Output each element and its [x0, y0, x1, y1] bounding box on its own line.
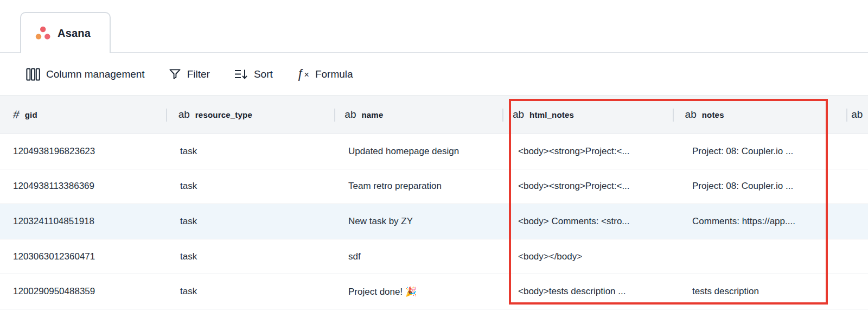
cell-gid: 1204938113386369	[0, 169, 167, 204]
cell-notes	[675, 239, 847, 274]
text-type-icon: ab	[513, 109, 524, 121]
text-type-icon: ab	[178, 109, 190, 121]
cell-partial	[847, 239, 868, 274]
cell-resource-type: task	[167, 134, 335, 169]
filter-label: Filter	[187, 68, 210, 80]
column-separator	[166, 109, 167, 122]
column-header-html-notes[interactable]: ab html_notes	[498, 96, 668, 134]
column-header-label: gid	[25, 110, 37, 119]
column-header-notes[interactable]: ab notes	[668, 96, 839, 134]
table-row: 1203241104851918 task New task by ZY <bo…	[0, 204, 868, 239]
table-row: 1200290950488359 task Project done! 🎉 <b…	[0, 274, 868, 309]
cell-html-notes: <body><strong>Project:<...	[503, 169, 675, 204]
table-row: 1204938113386369 task Team retro prepara…	[0, 169, 868, 205]
column-header-label: name	[361, 110, 383, 119]
column-header-resource-type[interactable]: ab resource_type	[165, 96, 332, 134]
text-type-icon: ab	[344, 109, 356, 121]
number-type-icon: #	[12, 108, 20, 121]
cell-partial	[847, 169, 868, 204]
column-separator	[502, 109, 503, 122]
cell-gid: 1203063012360471	[0, 239, 167, 274]
cell-gid: 1200290950488359	[0, 274, 167, 309]
table-row: 1204938196823623 task Updated homepage d…	[0, 134, 868, 169]
cell-gid: 1203241104851918	[0, 204, 167, 239]
cell-html-notes: <body>tests description ...	[503, 274, 675, 309]
filter-icon	[169, 68, 181, 80]
cell-notes: Comments: https://app....	[675, 204, 847, 239]
sort-icon	[234, 68, 248, 80]
text-type-icon: ab	[851, 109, 863, 121]
cell-html-notes: <body></body>	[503, 239, 675, 274]
cell-name: Project done! 🎉	[335, 274, 503, 309]
cell-resource-type: task	[167, 204, 335, 239]
cell-partial	[847, 274, 868, 309]
data-preview-screen: Asana Column management Filter	[0, 0, 868, 309]
cell-name: sdf	[335, 239, 503, 274]
column-header-partial[interactable]: ab	[838, 96, 868, 134]
asana-logo-icon	[35, 26, 50, 40]
column-header-label: resource_type	[195, 110, 252, 119]
column-header-gid[interactable]: # gid	[0, 96, 165, 134]
table-header-row: # gid ab resource_type ab name ab html_n…	[0, 96, 868, 134]
cell-resource-type: task	[167, 239, 335, 274]
formula-icon: ƒ×	[297, 68, 309, 80]
column-header-name[interactable]: ab name	[331, 96, 498, 134]
cell-gid: 1204938196823623	[0, 134, 167, 169]
tab-asana[interactable]: Asana	[20, 12, 111, 53]
table-row: 1203063012360471 task sdf <body></body>	[0, 239, 868, 275]
column-separator	[334, 109, 335, 122]
cell-name: Updated homepage design	[335, 134, 503, 169]
column-management-icon	[26, 68, 40, 81]
sort-button[interactable]: Sort	[234, 68, 273, 80]
column-header-label: html_notes	[529, 110, 574, 119]
sort-label: Sort	[254, 68, 273, 80]
cell-name: New task by ZY	[335, 204, 503, 239]
cell-resource-type: task	[167, 169, 335, 204]
cell-html-notes: <body> Comments: <stro...	[503, 204, 675, 239]
tab-asana-label: Asana	[58, 27, 91, 40]
cell-resource-type: task	[167, 274, 335, 309]
cell-html-notes: <body><strong>Project:<...	[503, 134, 675, 169]
column-management-label: Column management	[46, 68, 145, 80]
filter-button[interactable]: Filter	[169, 68, 210, 80]
column-header-label: notes	[702, 110, 724, 119]
formula-button[interactable]: ƒ× Formula	[297, 68, 353, 80]
cell-notes: tests description	[675, 274, 847, 309]
cell-partial	[847, 134, 868, 169]
column-separator	[673, 109, 674, 122]
cell-partial	[847, 204, 868, 239]
cell-notes: Project: 08: Coupler.io ...	[675, 169, 847, 204]
cell-name: Team retro preparation	[335, 169, 503, 204]
data-table: # gid ab resource_type ab name ab html_n…	[0, 96, 868, 309]
tab-bar: Asana	[0, 0, 868, 53]
formula-label: Formula	[315, 68, 353, 80]
column-separator	[846, 109, 847, 122]
toolbar: Column management Filter Sort ƒ× Formula	[0, 53, 868, 96]
column-management-button[interactable]: Column management	[26, 68, 145, 81]
text-type-icon: ab	[685, 109, 697, 121]
cell-notes: Project: 08: Coupler.io ...	[675, 134, 847, 169]
